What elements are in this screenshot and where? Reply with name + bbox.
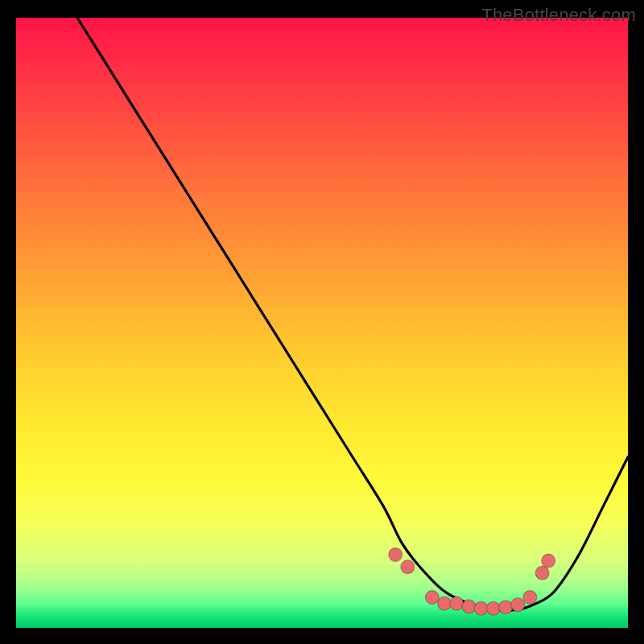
plot-area bbox=[16, 18, 628, 628]
marker-dot bbox=[389, 548, 402, 562]
watermark-text: TheBottleneck.com bbox=[481, 5, 636, 26]
marker-dot bbox=[438, 597, 452, 610]
marker-dot bbox=[425, 591, 439, 605]
marker-dot bbox=[450, 597, 464, 610]
marker-dot bbox=[401, 560, 415, 574]
marker-dot bbox=[523, 591, 537, 605]
marker-dot bbox=[499, 601, 513, 614]
marker-dot bbox=[474, 601, 488, 615]
bottleneck-curve bbox=[77, 18, 628, 610]
marker-dot bbox=[462, 600, 476, 613]
marker-dot bbox=[542, 554, 555, 568]
marker-dot bbox=[511, 598, 525, 612]
marker-dot bbox=[535, 566, 549, 580]
marker-dot bbox=[486, 601, 500, 615]
chart-svg bbox=[16, 18, 628, 628]
